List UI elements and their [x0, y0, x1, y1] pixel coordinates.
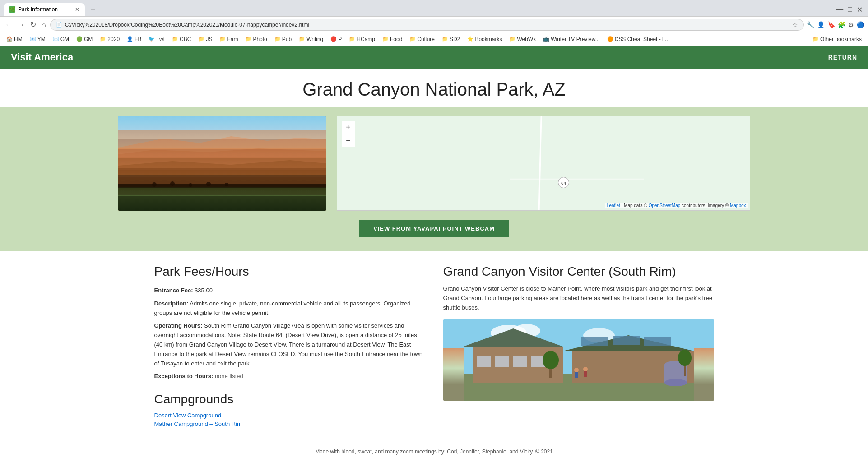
- map-zoom-out[interactable]: −: [342, 134, 355, 147]
- svg-text:64: 64: [561, 180, 566, 185]
- bookmark-twt[interactable]: 🐦 Twt: [146, 35, 167, 43]
- bookmark-ym[interactable]: 📧 YM: [27, 35, 48, 43]
- extension-icon-5[interactable]: ⚙: [848, 21, 854, 28]
- svg-point-32: [583, 367, 588, 371]
- home-button[interactable]: ⌂: [40, 21, 47, 29]
- bookmark-gm1[interactable]: ✉️ GM: [50, 35, 72, 43]
- svg-point-30: [574, 368, 579, 372]
- bm-label-culture: Culture: [417, 36, 435, 42]
- description-label: Description:: [154, 300, 189, 307]
- bookmarks-bar: 🏠 HM 📧 YM ✉️ GM 🟢 GM 📁 2020 👤 FB 🐦 Twt �: [0, 32, 868, 46]
- svg-point-5: [152, 182, 157, 187]
- star-icon[interactable]: ☆: [792, 21, 798, 28]
- profile-icon[interactable]: 🔵: [857, 21, 864, 28]
- return-button[interactable]: RETURN: [828, 54, 857, 61]
- svg-rect-28: [513, 356, 527, 367]
- bookmark-food[interactable]: 📁 Food: [380, 35, 405, 43]
- other-bm-icon: 📁: [812, 36, 819, 42]
- svg-rect-4: [118, 186, 326, 195]
- bookmark-hm[interactable]: 🏠 HM: [4, 35, 25, 43]
- home-icon: 🏠: [6, 36, 13, 42]
- close-button[interactable]: ✕: [855, 5, 864, 14]
- bm-label-winter-tv: Winter TV Preview...: [551, 36, 599, 42]
- new-tab-button[interactable]: +: [87, 3, 99, 16]
- webwk-icon: 📁: [509, 36, 515, 42]
- bookmark-webwk[interactable]: 📁 WebWk: [506, 35, 538, 43]
- entrance-fee-value: $35.00: [195, 287, 213, 294]
- entrance-fee-label: Entrance Fee:: [154, 287, 193, 294]
- bookmark-pub[interactable]: 📁 Pub: [272, 35, 294, 43]
- svg-point-6: [170, 181, 175, 186]
- bookmark-2020[interactable]: 📁 2020: [97, 35, 122, 43]
- active-tab[interactable]: 🌿 Park Information ✕: [4, 3, 85, 16]
- bookmark-fb[interactable]: 👤 FB: [124, 35, 144, 43]
- extension-icon-1[interactable]: 🔧: [807, 21, 814, 28]
- reload-button[interactable]: ↻: [29, 20, 37, 29]
- 2020-icon: 📁: [100, 36, 106, 42]
- extension-icon-3[interactable]: 🔖: [827, 21, 835, 28]
- map-zoom-in[interactable]: +: [342, 121, 355, 134]
- address-bar[interactable]: 📄 C:/Vicky%202018/Dropbox/Coding%20Boot%…: [50, 19, 804, 31]
- page-footer: Made with blood, sweat, and many zoom me…: [0, 443, 868, 460]
- bookmark-sd2[interactable]: 📁 SD2: [439, 35, 463, 43]
- svg-point-38: [543, 351, 559, 369]
- bm-label-food: Food: [390, 36, 402, 42]
- forward-button[interactable]: →: [16, 21, 26, 29]
- page-title-section: Grand Canyon National Park, AZ: [0, 69, 868, 107]
- leaflet-link[interactable]: Leaflet: [607, 203, 620, 208]
- bookmark-culture[interactable]: 📁 Culture: [407, 35, 437, 43]
- bm-label-hm: HM: [14, 36, 23, 42]
- extension-icon-4[interactable]: 🧩: [838, 21, 845, 28]
- bm-label-gm2: GM: [84, 36, 93, 42]
- bm-label-2020: 2020: [107, 36, 120, 42]
- bookmark-other[interactable]: 📁 Other bookmarks: [810, 35, 864, 43]
- osm-link[interactable]: OpenStreetMap: [649, 203, 681, 208]
- footer-text: Made with blood, sweat, and many zoom me…: [315, 449, 553, 455]
- p-icon: 🔴: [330, 36, 337, 42]
- sd2-icon: 📁: [442, 36, 448, 42]
- minimize-button[interactable]: —: [834, 5, 845, 14]
- exceptions-row: Exceptions to Hours: none listed: [154, 372, 425, 381]
- svg-line-10: [539, 116, 541, 210]
- bookmark-winter-tv[interactable]: 📺 Winter TV Preview...: [540, 35, 602, 43]
- exceptions-value: none listed: [215, 373, 243, 379]
- js-icon: 📁: [198, 36, 204, 42]
- maximize-button[interactable]: □: [846, 5, 854, 14]
- entrance-fee-row: Entrance Fee: $35.00: [154, 286, 425, 296]
- bm-label-hcamp: HCamp: [357, 36, 375, 42]
- webcam-button-row: VIEW FROM YAVAPAI POINT WEBCAM: [18, 220, 850, 237]
- bookmark-css-cheat[interactable]: 🟠 CSS Cheat Sheet - l...: [604, 35, 671, 43]
- site-content: Visit America RETURN Grand Canyon Nation…: [0, 46, 868, 460]
- map-container: 64 + − Leaflet | Map data © OpenStreetMa…: [337, 116, 750, 211]
- description-value: Admits one single, private, non-commerci…: [154, 300, 411, 316]
- visitor-center-svg: [443, 319, 714, 401]
- culture-icon: 📁: [409, 36, 416, 42]
- webcam-button[interactable]: VIEW FROM YAVAPAI POINT WEBCAM: [359, 220, 509, 237]
- address-right-icons: ☆: [792, 21, 798, 28]
- bookmark-photo[interactable]: 📁 Photo: [242, 35, 269, 43]
- photo-icon: 📁: [245, 36, 251, 42]
- bookmark-cbc[interactable]: 📁 CBC: [169, 35, 194, 43]
- bookmark-gm2[interactable]: 🟢 GM: [74, 35, 95, 43]
- bookmark-js[interactable]: 📁 JS: [195, 35, 215, 43]
- bookmark-bookmarks[interactable]: ⭐ Bookmarks: [464, 35, 505, 43]
- extension-icon-2[interactable]: 👤: [817, 21, 825, 28]
- bm-label-ym: YM: [37, 36, 46, 42]
- bm-label-fb: FB: [135, 36, 141, 42]
- address-bar-row: ← → ↻ ⌂ 📄 C:/Vicky%202018/Dropbox/Coding…: [0, 16, 868, 32]
- campground-link-2[interactable]: Mather Campground – South Rim: [154, 421, 242, 427]
- bm-label-webwk: WebWk: [517, 36, 536, 42]
- bm-label-css-cheat: CSS Cheat Sheet - l...: [615, 36, 668, 42]
- bookmark-writing[interactable]: 📁 Writing: [296, 35, 326, 43]
- bm-label-js: JS: [206, 36, 212, 42]
- campground-item-1: Desert View Campground: [154, 412, 425, 419]
- campground-link-1[interactable]: Desert View Campground: [154, 412, 222, 419]
- bookmark-hcamp[interactable]: 📁 HCamp: [346, 35, 378, 43]
- back-button[interactable]: ←: [4, 21, 14, 29]
- window-controls: — □ ✕: [834, 5, 864, 14]
- bookmark-p[interactable]: 🔴 P: [328, 35, 344, 43]
- tab-close-button[interactable]: ✕: [75, 6, 79, 13]
- map-zoom-controls: + −: [342, 121, 355, 147]
- mapbox-link[interactable]: Mapbox: [730, 203, 746, 208]
- bookmark-fam[interactable]: 📁 Fam: [217, 35, 241, 43]
